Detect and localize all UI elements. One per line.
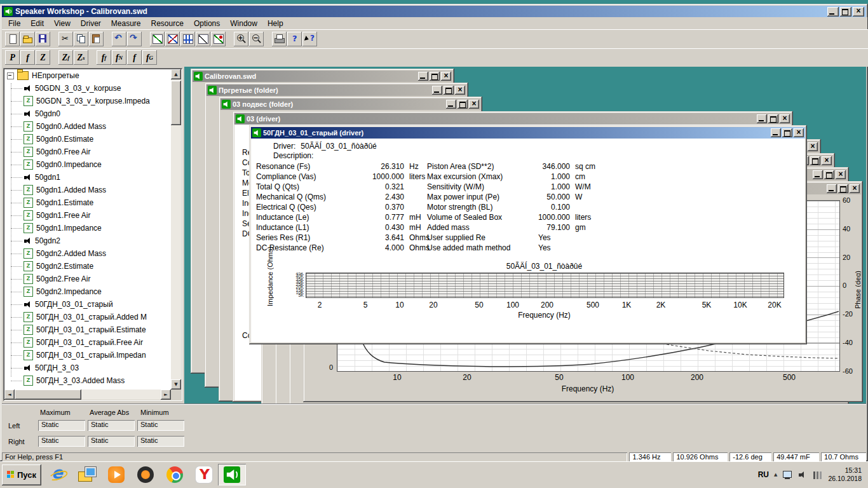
minimize-button[interactable]	[757, 114, 767, 123]
scroll-right-button[interactable]: ►	[161, 390, 171, 400]
toolbar-button[interactable]	[89, 32, 104, 46]
tree-item[interactable]: 50gdn1	[4, 171, 171, 184]
toolbar-button[interactable]	[234, 32, 248, 46]
app-title-bar[interactable]: Speaker Workshop - Calibrovan.swd	[2, 6, 866, 17]
quick-launch-button[interactable]	[76, 464, 98, 485]
window-title-bar[interactable]: 03 (driver)	[234, 113, 791, 125]
menu-item[interactable]: View	[49, 18, 76, 29]
maximize-button[interactable]	[458, 100, 468, 109]
tree-item[interactable]: 50GDN_3_03_v_korpuse	[4, 82, 171, 95]
tray-display-icon[interactable]	[782, 470, 792, 480]
close-button[interactable]	[441, 72, 451, 81]
close-button[interactable]	[469, 100, 479, 109]
maximize-button[interactable]	[782, 128, 792, 137]
toolbar-button[interactable]	[20, 32, 35, 46]
close-button[interactable]	[822, 156, 832, 165]
maximize-button[interactable]	[768, 114, 778, 123]
close-button[interactable]	[780, 114, 790, 123]
scroll-left-button[interactable]: ◄	[4, 390, 15, 400]
tree-item[interactable]: 50gdn0.Impedance	[4, 158, 171, 171]
start-button[interactable]: Пуск	[2, 464, 41, 485]
tree-item[interactable]: 50gdn0.Estimate	[4, 133, 171, 146]
tray-network-icon[interactable]	[813, 470, 823, 480]
minimize-button[interactable]	[813, 170, 823, 179]
scroll-thumb[interactable]	[171, 81, 181, 125]
toolbar-button[interactable]	[211, 32, 226, 46]
window-title-bar[interactable]: Calibrovan.swd	[193, 71, 452, 82]
tree-horizontal-scrollbar[interactable]: ◄ ►	[4, 390, 171, 400]
toolbar-button[interactable]	[272, 32, 287, 46]
quick-launch-button[interactable]	[163, 464, 186, 485]
tree-item[interactable]: 50gdn1.Impedance	[4, 222, 171, 234]
toolbar-button[interactable]	[127, 32, 142, 46]
math-toolbar-button[interactable]: P	[5, 50, 20, 65]
math-toolbar-button[interactable]: Z	[36, 50, 50, 65]
math-toolbar-button[interactable]: ff	[97, 50, 111, 65]
tree-item[interactable]: 50gdn0.Free Air	[4, 146, 171, 158]
close-button[interactable]	[455, 86, 465, 95]
tree-item[interactable]: 50ГДН_03_01_старый.Added M	[4, 311, 171, 323]
window-driver-active[interactable]: 50ГДН_03_01_старый (driver) Driver: 50ÃÄ…	[249, 125, 807, 344]
menu-item[interactable]: Driver	[76, 18, 106, 29]
menu-item[interactable]: Window	[225, 18, 262, 29]
maximize-button[interactable]	[444, 86, 454, 95]
quick-launch-button[interactable]	[46, 464, 69, 485]
menu-item[interactable]: File	[3, 18, 25, 29]
collapse-icon[interactable]	[7, 72, 14, 79]
close-button[interactable]	[850, 184, 860, 193]
language-indicator[interactable]: RU	[758, 470, 769, 479]
math-toolbar-button[interactable]: f	[127, 50, 142, 65]
close-button[interactable]	[853, 7, 864, 17]
toolbar-button[interactable]	[5, 32, 20, 46]
tree-item[interactable]: 50gdn0	[4, 107, 171, 120]
toolbar-button[interactable]	[74, 32, 88, 46]
toolbar-button[interactable]	[150, 32, 165, 46]
minimize-button[interactable]	[771, 128, 781, 137]
tree-item[interactable]: 50gdn1.Estimate	[4, 196, 171, 209]
tray-volume-icon[interactable]	[797, 470, 808, 480]
quick-launch-button[interactable]	[105, 464, 128, 485]
tree-item[interactable]: 50gdn2.Free Air	[4, 273, 171, 285]
toolbar-button[interactable]	[302, 32, 317, 46]
toolbar-button[interactable]	[58, 32, 73, 46]
minimize-button[interactable]	[827, 7, 839, 17]
math-toolbar-button[interactable]: fN	[112, 50, 126, 65]
scroll-thumb[interactable]	[15, 390, 81, 400]
math-toolbar-button[interactable]: Zs	[74, 50, 88, 65]
maximize-button[interactable]	[810, 156, 820, 165]
scroll-down-button[interactable]: ▼	[171, 379, 181, 390]
tree-vertical-scrollbar[interactable]: ▲ ▼	[171, 69, 181, 390]
tree-item[interactable]: 50ГДН_03_01_старый	[4, 298, 171, 311]
toolbar-button[interactable]	[112, 32, 126, 46]
tree-item[interactable]: 50gdn2.Added Mass	[4, 247, 171, 260]
scroll-up-button[interactable]: ▲	[171, 69, 181, 79]
tree-item[interactable]: 50ГДН_3_03.Added Mass	[4, 374, 171, 387]
close-button[interactable]	[794, 128, 804, 137]
quick-launch-button[interactable]	[134, 464, 157, 485]
speaker-workshop-task-button[interactable]	[218, 464, 246, 485]
close-button[interactable]	[808, 142, 818, 151]
tree-item[interactable]: 50gdn0.Added Mass	[4, 120, 171, 133]
minimize-button[interactable]	[446, 100, 456, 109]
quick-launch-button[interactable]	[193, 464, 215, 485]
tree-item[interactable]: 50gdn1.Added Mass	[4, 184, 171, 196]
taskbar-clock[interactable]: 15:31 26.10.2018	[828, 466, 864, 483]
tree-item[interactable]: 50ГДН_03_01_старый.Estimate	[4, 323, 171, 336]
minimize-button[interactable]	[827, 184, 837, 193]
maximize-button[interactable]	[430, 72, 440, 81]
math-toolbar-button[interactable]: fG	[142, 50, 157, 65]
minimize-button[interactable]	[418, 72, 428, 81]
tree-root-folder[interactable]: НЕпрогретые	[4, 69, 171, 82]
toolbar-button[interactable]	[196, 32, 210, 46]
tree-item[interactable]: 50gdn1.Free Air	[4, 209, 171, 222]
toolbar-button[interactable]	[165, 32, 180, 46]
menu-item[interactable]: Edit	[25, 18, 49, 29]
toolbar-button[interactable]	[180, 32, 195, 46]
menu-item[interactable]: Options	[189, 18, 225, 29]
window-title-bar[interactable]: Пргретые (folder)	[207, 85, 466, 96]
maximize-button[interactable]	[840, 7, 851, 17]
tree-item[interactable]: 50gdn2.Impedance	[4, 285, 171, 298]
tree-item[interactable]: 50gdn2	[4, 234, 171, 247]
window-title-bar[interactable]: 03 подвес (folder)	[220, 98, 480, 110]
math-toolbar-button[interactable]: f	[20, 50, 35, 65]
